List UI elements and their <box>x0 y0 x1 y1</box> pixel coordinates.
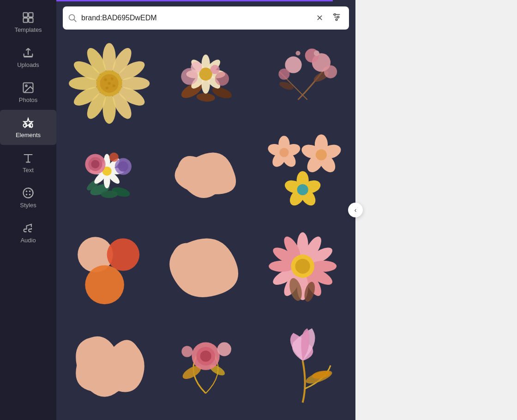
sidebar: Templates Uploads Photos Elements Text <box>0 0 56 420</box>
svg-point-53 <box>191 61 202 72</box>
sidebar-item-photos[interactable]: Photos <box>0 75 56 110</box>
svg-point-13 <box>69 15 75 20</box>
sidebar-item-label-elements: Elements <box>16 132 41 138</box>
svg-point-103 <box>85 265 124 305</box>
svg-point-38 <box>108 82 111 85</box>
svg-rect-6 <box>29 124 32 127</box>
svg-point-37 <box>106 87 108 90</box>
svg-point-36 <box>113 84 115 87</box>
sidebar-item-elements[interactable]: Elements <box>0 110 56 145</box>
element-item-4[interactable] <box>63 128 156 214</box>
svg-point-17 <box>334 13 336 15</box>
panel-collapse-button[interactable]: ‹ <box>348 203 363 217</box>
elements-icon <box>22 116 35 129</box>
element-item-1[interactable] <box>63 38 156 124</box>
elements-grid <box>56 34 355 420</box>
svg-point-54 <box>210 65 220 74</box>
sidebar-item-label-photos: Photos <box>19 96 37 103</box>
sidebar-item-uploads[interactable]: Uploads <box>0 40 56 75</box>
search-input[interactable] <box>81 14 311 22</box>
templates-icon <box>22 11 35 24</box>
svg-point-79 <box>91 160 99 168</box>
sidebar-item-templates[interactable]: Templates <box>0 5 56 40</box>
svg-point-11 <box>26 194 28 196</box>
svg-point-52 <box>215 72 229 86</box>
element-item-11[interactable] <box>159 318 252 414</box>
sidebar-item-label-uploads: Uploads <box>17 61 39 68</box>
svg-point-10 <box>29 191 31 192</box>
svg-point-19 <box>336 18 337 20</box>
svg-point-66 <box>101 191 118 198</box>
svg-point-56 <box>278 80 295 91</box>
element-item-6[interactable] <box>256 128 349 214</box>
search-clear-button[interactable]: ✕ <box>314 12 325 24</box>
svg-rect-2 <box>24 18 28 22</box>
svg-point-61 <box>278 69 289 80</box>
svg-point-5 <box>25 85 27 87</box>
element-item-9[interactable] <box>256 218 349 314</box>
element-item-10[interactable] <box>63 318 156 414</box>
sidebar-item-styles[interactable]: Styles <box>0 180 56 215</box>
element-item-3[interactable] <box>256 38 349 124</box>
svg-point-41 <box>196 92 216 102</box>
sidebar-item-label-audio: Audio <box>20 237 36 244</box>
elements-panel: ✕ <box>56 0 355 420</box>
svg-point-7 <box>24 124 27 127</box>
loading-bar <box>56 0 517 1</box>
svg-point-60 <box>324 65 337 78</box>
svg-point-12 <box>29 194 31 196</box>
sidebar-item-label-styles: Styles <box>20 202 36 209</box>
text-icon <box>22 151 35 164</box>
styles-icon <box>22 186 35 199</box>
canvas-area <box>355 0 517 420</box>
svg-rect-3 <box>29 18 33 22</box>
svg-point-125 <box>217 342 231 356</box>
svg-point-126 <box>182 346 193 357</box>
svg-point-102 <box>107 238 139 270</box>
element-item-7[interactable] <box>63 218 156 314</box>
svg-point-18 <box>337 16 339 18</box>
svg-rect-1 <box>29 13 33 17</box>
search-filter-button[interactable] <box>329 11 344 25</box>
sidebar-item-label-text: Text <box>23 167 34 174</box>
search-bar: ✕ <box>63 6 349 30</box>
svg-point-82 <box>109 153 119 162</box>
svg-point-81 <box>118 162 128 172</box>
element-item-2[interactable] <box>159 38 252 124</box>
svg-point-94 <box>316 150 327 161</box>
search-icon <box>67 13 78 23</box>
element-item-12[interactable] <box>256 318 349 414</box>
audio-icon <box>22 222 35 234</box>
element-item-5[interactable] <box>159 128 252 214</box>
svg-point-35 <box>111 78 114 80</box>
svg-point-63 <box>295 51 300 55</box>
photos-icon <box>22 81 35 94</box>
sidebar-item-label-templates: Templates <box>14 26 42 33</box>
svg-point-34 <box>104 78 107 81</box>
svg-point-124 <box>200 351 211 362</box>
sidebar-item-audio[interactable]: Audio <box>0 215 56 250</box>
svg-point-117 <box>295 259 310 274</box>
svg-point-62 <box>313 50 319 56</box>
svg-rect-0 <box>24 13 28 17</box>
chevron-left-icon: ‹ <box>355 206 357 214</box>
svg-point-100 <box>297 184 308 195</box>
svg-point-9 <box>26 191 28 192</box>
svg-point-88 <box>279 148 289 157</box>
uploads-icon <box>22 46 35 59</box>
element-item-8[interactable] <box>159 218 252 314</box>
sidebar-item-text[interactable]: Text <box>0 145 56 180</box>
